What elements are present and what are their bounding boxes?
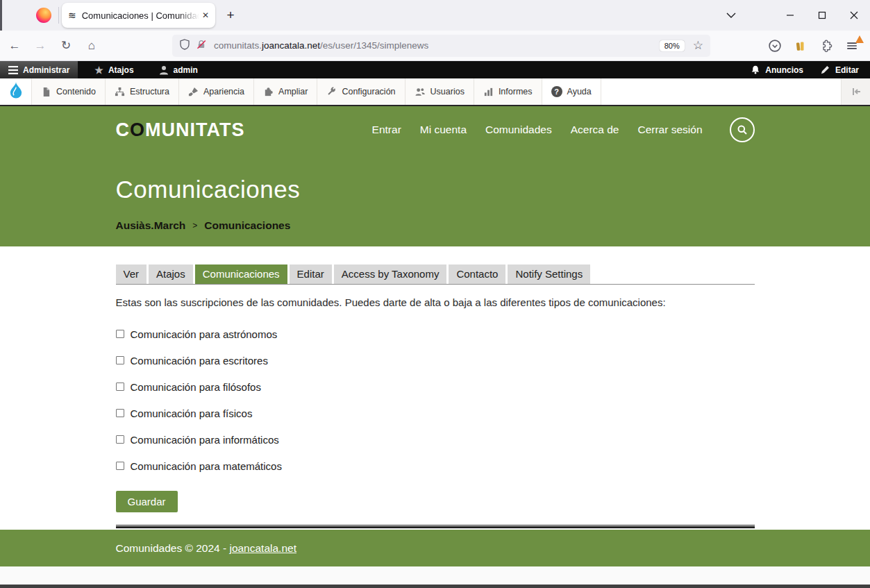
shield-icon[interactable] [179, 39, 190, 53]
bookmark-star-icon[interactable]: ☆ [693, 40, 703, 51]
subscription-row: Comunicación para escritores [116, 355, 755, 366]
logo-letters: MUNITATS [145, 119, 244, 140]
home-icon[interactable]: ⌂ [81, 35, 103, 57]
browser-window: ≋ Comunicaciones | Comunidade ✕ + ← → ↻ … [0, 0, 870, 588]
drupal-menu-ayuda[interactable]: ? Ayuda [542, 78, 601, 105]
save-button[interactable]: Guardar [116, 491, 178, 512]
new-tab-button[interactable]: + [221, 6, 240, 25]
drupal-menu-label: Usuarios [430, 87, 465, 96]
extensions-puzzle-icon[interactable] [818, 37, 835, 54]
drupal-menu-estructura[interactable]: Estructura [106, 78, 179, 105]
subscription-row: Comunicación para astrónomos [116, 328, 755, 339]
user-icon [159, 65, 169, 75]
extension-gold-icon[interactable] [792, 37, 809, 54]
subscription-row: Comunicación para filósofos [116, 381, 755, 392]
navbar-right-icons [767, 37, 870, 54]
subscription-checkbox[interactable] [116, 409, 124, 417]
subscription-label: Comunicación para filósofos [131, 381, 261, 393]
structure-sitemap-icon [115, 87, 125, 97]
subscription-label: Comunicación para informáticos [131, 434, 279, 446]
breadcrumb-home[interactable]: Ausiàs.March [116, 219, 186, 232]
drupal-menu-usuarios[interactable]: Usuarios [405, 78, 474, 105]
users-icon [415, 87, 426, 97]
site-header: COMUNITATS Entrar Mi cuenta Comunidades … [0, 106, 870, 246]
subscription-checkbox[interactable] [116, 383, 124, 391]
subscription-checkbox[interactable] [116, 330, 124, 338]
tab-close-icon[interactable]: ✕ [202, 10, 209, 20]
menu-hamburger-icon[interactable] [844, 37, 860, 54]
site-logo[interactable]: COMUNITATS [116, 119, 245, 140]
url-bar[interactable]: comunitats.joancatala.net/es/user/1345/s… [172, 35, 710, 57]
drupal-menu-apariencia[interactable]: Apariencia [179, 78, 254, 105]
tab-editar[interactable]: Editar [290, 264, 332, 284]
below-page-strip [0, 566, 870, 585]
drupal-menu-configuracion[interactable]: Configuración [317, 78, 405, 105]
drupal-logo-icon[interactable] [0, 78, 32, 105]
tab-notify-settings[interactable]: Notify Settings [508, 264, 590, 284]
window-controls [774, 0, 870, 31]
nav-item-comunidades[interactable]: Comunidades [485, 124, 552, 136]
subscription-checkbox[interactable] [116, 462, 124, 470]
maximize-button[interactable] [806, 0, 838, 31]
account-chevron-icon[interactable] [767, 37, 783, 54]
nav-item-entrar[interactable]: Entrar [372, 124, 401, 136]
drupal-menu-label: Configuración [342, 87, 395, 96]
admin-edit-label: Editar [835, 65, 859, 75]
url-text[interactable]: comunitats.joancatala.net/es/user/1345/s… [214, 40, 428, 51]
drupal-menu-contenido[interactable]: Contenido [32, 78, 106, 105]
pencil-icon [820, 65, 830, 75]
tab-contacto[interactable]: Contacto [449, 264, 505, 284]
content-file-icon [41, 87, 51, 97]
tab-list-chevron-icon[interactable] [720, 7, 742, 24]
admin-bar-spacer [206, 61, 742, 78]
admin-user-label: admin [174, 65, 198, 75]
insecure-lock-icon[interactable] [196, 39, 207, 53]
main-content: Ver Atajos Comunicaciones Editar Access … [0, 246, 870, 530]
subscription-checkbox[interactable] [116, 435, 124, 444]
tab-ver[interactable]: Ver [116, 264, 147, 284]
subscription-list: Comunicación para astrónomos Comunicació… [116, 328, 755, 471]
subscription-label: Comunicación para matemáticos [131, 460, 282, 472]
tab-atajos[interactable]: Atajos [149, 264, 193, 284]
subscription-label: Comunicación para físicos [131, 408, 253, 419]
config-wrench-icon [326, 87, 337, 97]
browser-tab[interactable]: ≋ Comunicaciones | Comunidade ✕ [62, 3, 215, 28]
drupal-menu-informes[interactable]: Informes [474, 78, 542, 105]
drupal-menu-ampliar[interactable]: Ampliar [254, 78, 317, 105]
back-icon[interactable]: ← [3, 35, 26, 57]
nav-item-acerca-de[interactable]: Acerca de [571, 124, 619, 136]
zoom-level-badge[interactable]: 80% [660, 40, 685, 51]
admin-menu-atajos[interactable]: ★ Atajos [86, 61, 142, 78]
toolbar-orientation-icon[interactable] [841, 78, 870, 105]
drupal-menu-label: Contenido [56, 87, 96, 96]
search-button[interactable] [730, 117, 755, 142]
admin-menu-administrar[interactable]: Administrar [0, 61, 78, 78]
breadcrumb-separator-icon: > [192, 221, 197, 230]
reports-bars-icon [483, 87, 494, 97]
firefox-icon[interactable] [36, 8, 51, 23]
reload-icon[interactable]: ↻ [55, 35, 77, 57]
intro-text: Estas son las suscripciones de las comun… [116, 296, 755, 308]
page-title: Comunicaciones [116, 176, 755, 203]
nav-item-mi-cuenta[interactable]: Mi cuenta [420, 124, 467, 136]
admin-announcements-label: Anuncios [765, 65, 803, 75]
admin-menu-anuncios[interactable]: Anuncios [742, 61, 812, 78]
drupal-menu-label: Estructura [130, 87, 169, 96]
footer-divider [116, 525, 755, 528]
admin-menu-user[interactable]: admin [151, 61, 206, 78]
nav-item-cerrar-sesion[interactable]: Cerrar sesión [637, 124, 702, 136]
admin-menu-editar[interactable]: Editar [812, 61, 867, 78]
footer-link[interactable]: joancatala.net [229, 542, 296, 554]
tab-divider [58, 7, 59, 24]
extend-puzzle-icon [263, 87, 274, 97]
minimize-button[interactable] [774, 0, 806, 31]
tab-comunicaciones[interactable]: Comunicaciones [195, 264, 287, 284]
tab-access-by-taxonomy[interactable]: Access by Taxonomy [334, 264, 447, 284]
tab-title: Comunicaciones | Comunidade [82, 10, 199, 21]
site-favicon-icon: ≋ [68, 10, 76, 20]
search-icon [737, 124, 748, 135]
star-icon: ★ [94, 65, 103, 75]
subscription-checkbox[interactable] [116, 356, 124, 364]
forward-icon[interactable]: → [29, 35, 51, 57]
close-button[interactable] [838, 0, 870, 31]
